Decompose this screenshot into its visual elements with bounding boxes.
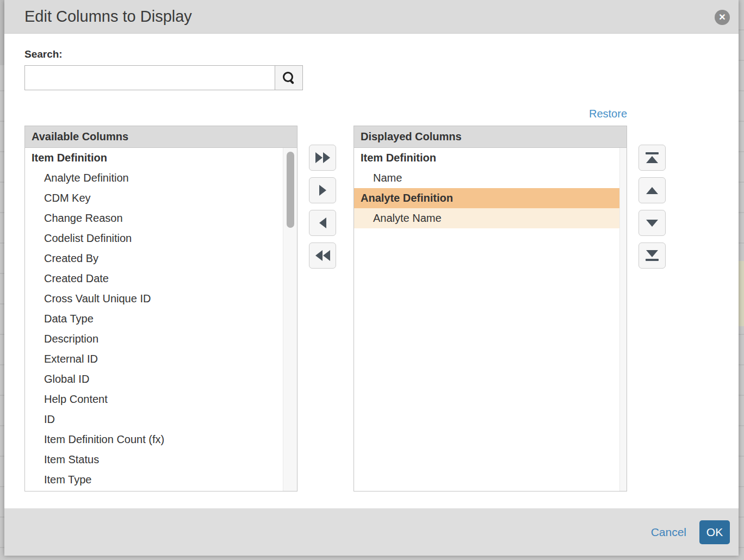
move-right-button[interactable] (309, 177, 336, 203)
list-item[interactable]: CDM Key (25, 188, 283, 208)
list-item[interactable]: Item Status (25, 450, 283, 470)
move-all-left-button[interactable] (309, 242, 336, 269)
list-item[interactable]: Analyte Definition (354, 188, 619, 208)
list-item[interactable]: Help Content (25, 389, 283, 409)
move-to-top-button[interactable] (638, 145, 666, 171)
available-columns-panel: Available Columns Item DefinitionAnalyte… (24, 126, 297, 491)
double-arrow-right-icon (315, 152, 330, 163)
close-icon[interactable]: ✕ (715, 10, 730, 25)
list-item[interactable]: Analyte Definition (25, 168, 283, 188)
arrow-up-icon (646, 187, 658, 194)
list-item[interactable]: Cross Vault Unique ID (25, 289, 283, 309)
search-icon (283, 72, 295, 84)
arrow-to-top-icon (646, 152, 659, 163)
list-item[interactable]: Description (25, 329, 283, 349)
backdrop-row-right (739, 261, 744, 326)
list-item[interactable]: Data Type (25, 309, 283, 329)
move-all-right-button[interactable] (309, 145, 336, 171)
available-scrollbar-thumb[interactable] (287, 152, 294, 228)
list-item[interactable]: ID (25, 409, 283, 430)
dialog-body: Search: Restore Available Columns Item D… (4, 34, 739, 508)
search-button[interactable] (275, 65, 303, 90)
edit-columns-dialog: Edit Columns to Display ✕ Search: Restor… (4, 0, 739, 556)
search-input[interactable] (24, 65, 275, 90)
displayed-columns-list: Item DefinitionNameAnalyte DefinitionAna… (354, 148, 619, 491)
backdrop-row-left (0, 0, 4, 65)
available-scrollbar-track (283, 148, 297, 491)
list-item[interactable]: Change Reason (25, 208, 283, 228)
move-to-bottom-button[interactable] (638, 242, 666, 269)
move-up-button[interactable] (638, 177, 666, 203)
list-item[interactable]: Item Definition (354, 148, 619, 168)
dialog-title: Edit Columns to Display (24, 8, 192, 26)
search-bar (24, 65, 303, 90)
arrow-right-icon (319, 185, 326, 196)
displayed-columns-panel: Displayed Columns Item DefinitionNameAna… (354, 126, 627, 491)
displayed-columns-header: Displayed Columns (354, 126, 627, 148)
list-item[interactable]: Item Definition (25, 148, 283, 168)
list-item[interactable]: Analyte Name (354, 208, 619, 228)
available-columns-list: Item DefinitionAnalyte DefinitionCDM Key… (25, 148, 283, 491)
displayed-scrollbar-track (619, 148, 627, 491)
list-item[interactable]: Codelist Definition (25, 228, 283, 248)
dialog-footer: Cancel OK (4, 508, 739, 556)
arrow-down-icon (646, 220, 658, 227)
double-arrow-left-icon (315, 250, 330, 261)
cancel-button[interactable]: Cancel (651, 526, 686, 539)
dialog-titlebar: Edit Columns to Display ✕ (4, 0, 739, 34)
list-item[interactable]: Item Definition Count (fx) (25, 430, 283, 450)
search-label: Search: (24, 48, 63, 60)
list-item[interactable]: Global ID (25, 369, 283, 389)
restore-link[interactable]: Restore (589, 108, 627, 120)
list-item[interactable]: Created By (25, 248, 283, 269)
available-columns-header: Available Columns (25, 126, 297, 148)
move-left-button[interactable] (309, 210, 336, 236)
arrow-to-bottom-icon (646, 250, 659, 261)
arrow-left-icon (319, 217, 326, 228)
list-item[interactable]: External ID (25, 349, 283, 369)
move-down-button[interactable] (638, 210, 666, 236)
list-item[interactable]: Name (354, 168, 619, 188)
list-item[interactable]: Item Type (25, 470, 283, 490)
ok-button[interactable]: OK (699, 520, 730, 544)
list-item[interactable]: Created Date (25, 269, 283, 289)
